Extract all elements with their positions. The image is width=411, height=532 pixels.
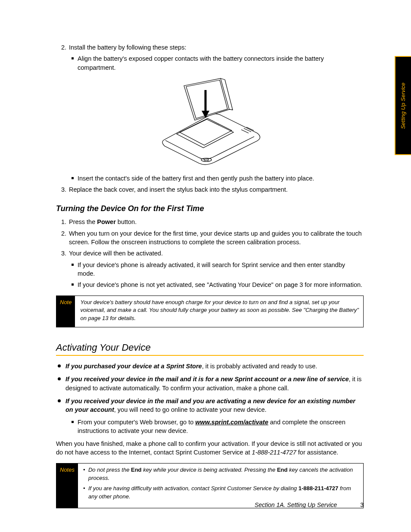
step-number: 2.: [56, 43, 69, 52]
step-2: 2. Install the battery by following thes…: [56, 43, 364, 52]
device-icon: [156, 77, 264, 165]
battery-illustration: [56, 77, 364, 165]
activation-item-1: If you purchased your device at a Sprint…: [56, 362, 364, 370]
heading-activating: Activating Your Device: [56, 342, 364, 353]
step-number: 3.: [56, 249, 69, 258]
text-part: From your computer's Web browser, go to: [78, 419, 195, 426]
install-steps-list: 2. Install the battery by following thes…: [56, 43, 364, 52]
activation-item-3-sub: From your computer's Web browser, go to …: [72, 418, 364, 436]
section-tab-label: Setting Up Service: [400, 82, 407, 129]
text-part: If you are having difficulty with activa…: [88, 485, 299, 492]
heading-rule: [56, 355, 364, 356]
step-text: Install the battery by following these s…: [69, 43, 364, 52]
note-battery-charge: Note Your device's battery should have e…: [56, 296, 364, 328]
turn-on-step-1: 1. Press the Power button.: [56, 218, 364, 226]
turn-on-step-3-sublist: If your device's phone is already activa…: [72, 261, 364, 289]
step-number: 3.: [56, 185, 69, 194]
page-footer: Section 1A. Setting Up Service 3: [255, 501, 364, 508]
power-label: Power: [97, 218, 116, 225]
support-phone: 1-888-211-4727: [299, 485, 339, 492]
step-2-bullet-a: Align the battery's exposed copper conta…: [72, 54, 364, 72]
turn-on-step-3: 3. Your device will then be activated.: [56, 249, 364, 258]
finished-paragraph: When you have finished, make a phone cal…: [56, 439, 364, 457]
step-text: Press the Power button.: [69, 218, 364, 226]
step-text: Your device will then be activated.: [69, 249, 364, 258]
step-number: 2.: [56, 229, 69, 247]
step-3: 3. Replace the back cover, and insert th…: [56, 185, 364, 194]
activation-url[interactable]: www.sprint.com/activate: [195, 419, 268, 426]
text-part: button.: [116, 218, 137, 225]
step-3-list: 3. Replace the back cover, and insert th…: [56, 185, 364, 194]
turn-on-steps: 1. Press the Power button. 2. When you t…: [56, 218, 364, 258]
text-part: Press the: [69, 218, 97, 225]
step-text: When you turn on your device for the fir…: [69, 229, 364, 247]
lead-in: If you purchased your device at a Sprint…: [65, 363, 202, 370]
activation-list: If you purchased your device at a Sprint…: [56, 362, 364, 435]
t3-sub-b: If your device's phone is not yet activa…: [72, 280, 364, 289]
step-2-sublist: Align the battery's exposed copper conta…: [72, 54, 364, 72]
page-number: 3: [360, 501, 364, 508]
step-2-bullet-b: Insert the contact's side of the battery…: [72, 174, 364, 183]
notes2-item-b: If you are having difficulty with activa…: [83, 485, 359, 501]
text-part: key while your device is being activated…: [142, 467, 277, 473]
activation-item-2: If you received your device in the mail …: [56, 375, 364, 392]
activation-item-3: If you received your device in the mail …: [56, 397, 364, 435]
end-key: End: [277, 467, 288, 473]
turn-on-step-2: 2. When you turn on your device for the …: [56, 229, 364, 247]
end-key: End: [131, 467, 142, 473]
t3-sub-a: If your device's phone is already activa…: [72, 261, 364, 278]
text-part: , you will need to go online to activate…: [114, 406, 267, 413]
note-label: Note: [56, 296, 75, 327]
lead-in: If you received your device in the mail …: [65, 376, 349, 383]
heading-turn-on: Turning the Device On for the First Time: [56, 204, 364, 213]
text-part: Do not press the: [88, 467, 131, 473]
note-label: Notes: [56, 464, 78, 508]
support-phone: 1-888-211-4727: [252, 449, 296, 456]
notes2-item-a: Do not press the End key while your devi…: [83, 466, 359, 482]
activation-sub-bullet: From your computer's Web browser, go to …: [72, 418, 364, 436]
document-page: Setting Up Service 2. Install the batter…: [0, 0, 411, 532]
text-part: , it is probably activated and ready to …: [202, 363, 318, 370]
footer-section: Section 1A. Setting Up Service: [255, 501, 337, 508]
step-text: Replace the back cover, and insert the s…: [69, 185, 364, 194]
step-number: 1.: [56, 218, 69, 226]
svg-line-5: [221, 78, 225, 80]
section-tab: Setting Up Service: [395, 56, 411, 155]
step-2-sublist-b: Insert the contact's side of the battery…: [72, 174, 364, 183]
text-part: for assistance.: [296, 449, 339, 456]
note-body: Your device's battery should have enough…: [75, 296, 363, 327]
